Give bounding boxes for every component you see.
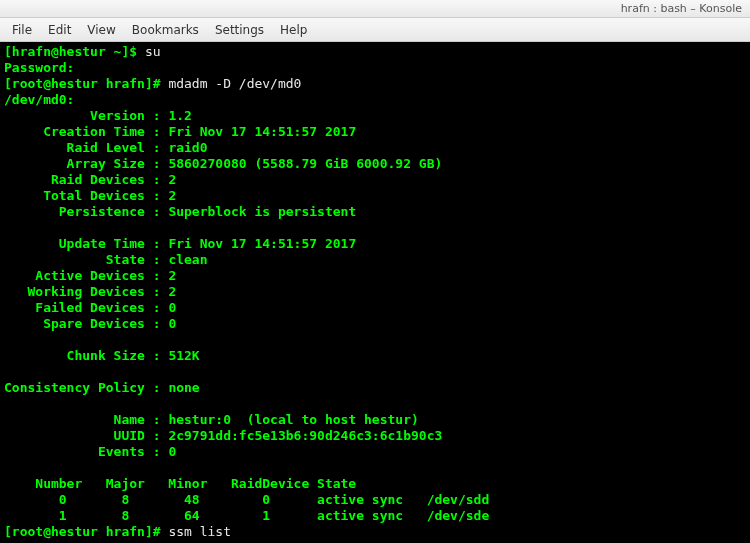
consistency-label: Consistency Policy : [4,380,168,395]
state-label: State : [4,252,168,267]
uuid-label: UUID : [4,428,168,443]
window-title: hrafn : bash – Konsole [621,2,742,15]
raid-devices-value: 2 [168,172,176,187]
raid-level-label: Raid Level : [4,140,168,155]
total-devices-value: 2 [168,188,176,203]
working-devices-label: Working Devices : [4,284,168,299]
events-value: 0 [168,444,176,459]
menu-bookmarks[interactable]: Bookmarks [124,20,207,40]
failed-devices-label: Failed Devices : [4,300,168,315]
cmd-mdadm: mdadm -D /dev/md0 [168,76,301,91]
raid-level-value: raid0 [168,140,207,155]
failed-devices-value: 0 [168,300,176,315]
update-time-label: Update Time : [4,236,168,251]
creation-value: Fri Nov 17 14:51:57 2017 [168,124,356,139]
menu-view[interactable]: View [79,20,123,40]
version-label: Version : [4,108,168,123]
password-label: Password: [4,60,74,75]
table-row: 0 8 48 0 active sync /dev/sdd [4,492,489,507]
prompt-root-2: [root@hestur hrafn]# [4,524,168,539]
table-row: 1 8 64 1 active sync /dev/sde [4,508,489,523]
total-devices-label: Total Devices : [4,188,168,203]
cmd-ssm: ssm list [168,524,231,539]
version-value: 1.2 [168,108,191,123]
update-time-value: Fri Nov 17 14:51:57 2017 [168,236,356,251]
menu-settings[interactable]: Settings [207,20,272,40]
raid-devices-label: Raid Devices : [4,172,168,187]
name-value: hestur:0 (local to host hestur) [168,412,418,427]
active-devices-label: Active Devices : [4,268,168,283]
table-header: Number Major Minor RaidDevice State [4,476,356,491]
array-size-label: Array Size : [4,156,168,171]
name-label: Name : [4,412,168,427]
spare-devices-label: Spare Devices : [4,316,168,331]
spare-devices-value: 0 [168,316,176,331]
menu-edit[interactable]: Edit [40,20,79,40]
menu-help[interactable]: Help [272,20,315,40]
events-label: Events : [4,444,168,459]
window-titlebar: hrafn : bash – Konsole [0,0,750,18]
prompt-root-1: [root@hestur hrafn]# [4,76,168,91]
persistence-value: Superblock is persistent [168,204,356,219]
chunk-size-label: Chunk Size : [4,348,168,363]
chunk-size-value: 512K [168,348,199,363]
terminal-area[interactable]: [hrafn@hestur ~]$ su Password: [root@hes… [0,42,750,543]
uuid-value: 2c9791dd:fc5e13b6:90d246c3:6c1b90c3 [168,428,442,443]
state-value: clean [168,252,207,267]
device-header: /dev/md0: [4,92,74,107]
cmd-su: su [145,44,161,59]
working-devices-value: 2 [168,284,176,299]
consistency-value: none [168,380,199,395]
active-devices-value: 2 [168,268,176,283]
creation-label: Creation Time : [4,124,168,139]
menu-bar: File Edit View Bookmarks Settings Help [0,18,750,42]
menu-file[interactable]: File [4,20,40,40]
prompt-user: [hrafn@hestur ~]$ [4,44,145,59]
array-size-value: 5860270080 (5588.79 GiB 6000.92 GB) [168,156,442,171]
persistence-label: Persistence : [4,204,168,219]
konsole-window: hrafn : bash – Konsole File Edit View Bo… [0,0,750,543]
